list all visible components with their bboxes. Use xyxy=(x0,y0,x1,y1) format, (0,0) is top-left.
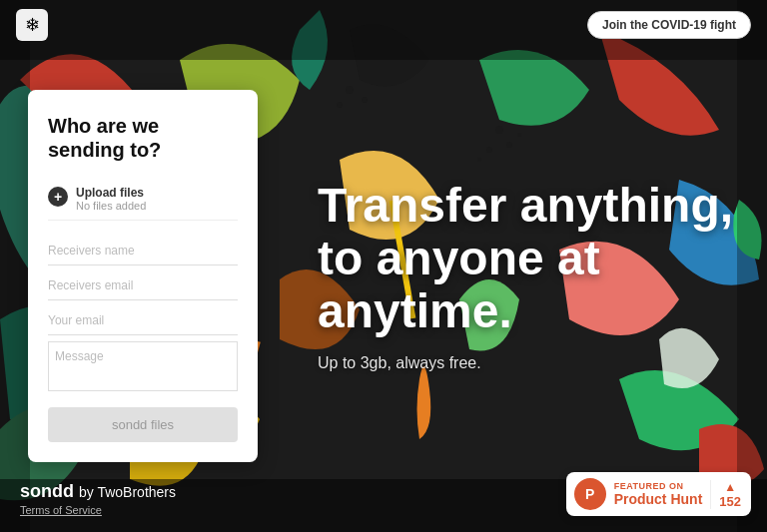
covid-button[interactable]: Join the COVID-19 fight xyxy=(587,11,751,39)
upload-text: Upload files No files added xyxy=(76,186,146,212)
brand: sondd by TwoBrothers xyxy=(20,481,176,502)
upload-plus-icon[interactable]: + xyxy=(48,187,68,207)
product-hunt-badge[interactable]: P FEATURED ON Product Hunt ▲ 152 xyxy=(566,472,751,516)
footer: sondd by TwoBrothers Terms of Service xyxy=(20,481,176,516)
form-card: Who are we sending to? + Upload files No… xyxy=(28,90,258,462)
logo-icon: ❄ xyxy=(25,14,40,36)
send-button[interactable]: sondd files xyxy=(48,407,238,442)
product-hunt-featured-label: FEATURED ON xyxy=(614,481,703,491)
product-hunt-logo: P xyxy=(574,478,606,510)
upvote-arrow-icon: ▲ xyxy=(724,480,736,494)
receivers-name-input[interactable] xyxy=(48,237,238,266)
upload-label: Upload files xyxy=(76,186,146,200)
logo: ❄ xyxy=(16,9,48,41)
your-email-input[interactable] xyxy=(48,306,238,335)
hero-title: Transfer anything, to anyone at anytime. xyxy=(318,180,747,337)
upvote-count: 152 xyxy=(719,494,741,509)
message-input[interactable] xyxy=(48,341,238,391)
receivers-email-input[interactable] xyxy=(48,271,238,300)
main-content: Who are we sending to? + Upload files No… xyxy=(0,0,767,532)
terms-link[interactable]: Terms of Service xyxy=(20,504,176,516)
upload-area[interactable]: + Upload files No files added xyxy=(48,178,238,221)
hero-section: Transfer anything, to anyone at anytime.… xyxy=(258,180,747,371)
product-hunt-count: ▲ 152 xyxy=(710,480,741,509)
topbar: ❄ Join the COVID-19 fight xyxy=(0,0,767,50)
hero-subtitle: Up to 3gb, always free. xyxy=(318,354,747,372)
form-title: Who are we sending to? xyxy=(48,114,238,162)
upload-sublabel: No files added xyxy=(76,200,146,212)
product-hunt-name: Product Hunt xyxy=(614,491,703,507)
product-hunt-text: FEATURED ON Product Hunt xyxy=(614,481,703,507)
